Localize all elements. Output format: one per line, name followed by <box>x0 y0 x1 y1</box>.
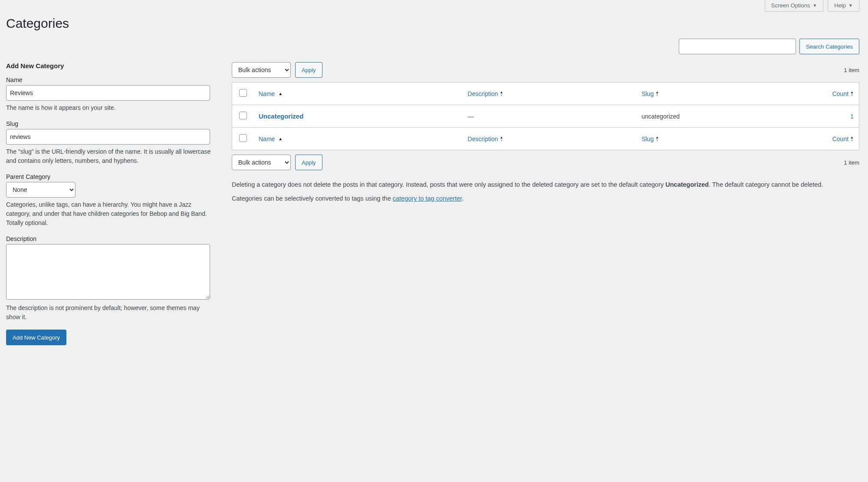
help-tab[interactable]: Help ▼ <box>828 0 859 12</box>
sort-indicator-icon: ▲▼ <box>655 136 659 142</box>
search-categories-input[interactable] <box>679 39 796 54</box>
search-categories-button[interactable]: Search Categories <box>799 39 859 54</box>
slug-help: The "slug" is the URL-friendly version o… <box>6 147 214 165</box>
screen-options-label: Screen Options <box>771 2 810 9</box>
apply-button-top[interactable]: Apply <box>295 62 322 78</box>
apply-button-bottom[interactable]: Apply <box>295 155 322 170</box>
row-slug: uncategorized <box>636 105 820 128</box>
select-all-bottom-checkbox[interactable] <box>239 134 247 142</box>
page-title: Categories <box>6 16 859 31</box>
select-all-top-checkbox[interactable] <box>239 89 247 97</box>
col-name-sort-bottom[interactable]: Name ▲ <box>259 135 283 142</box>
description-help: The description is not prominent by defa… <box>6 304 214 322</box>
col-count-sort-top[interactable]: Count ▲▼ <box>832 90 854 97</box>
col-count-label: Count <box>832 90 848 97</box>
sort-indicator-icon: ▲▼ <box>500 91 503 97</box>
sort-indicator-icon: ▲▼ <box>850 136 854 142</box>
slug-label: Slug <box>6 120 214 127</box>
screen-options-tab[interactable]: Screen Options ▼ <box>765 0 824 12</box>
col-description-sort-bottom[interactable]: Description ▲▼ <box>468 135 503 142</box>
col-description-label: Description <box>468 90 498 97</box>
item-count-top: 1 item <box>844 67 859 73</box>
description-label: Description <box>6 235 214 242</box>
col-slug-label: Slug <box>641 90 654 97</box>
chevron-down-icon: ▼ <box>848 3 853 8</box>
help-label: Help <box>834 2 846 9</box>
row-count-link[interactable]: 1 <box>850 113 854 120</box>
note-delete: Deleting a category does not delete the … <box>232 180 859 189</box>
col-count-label: Count <box>832 135 848 142</box>
col-name-sort-top[interactable]: Name ▲ <box>259 90 283 97</box>
table-row: Uncategorized — uncategorized 1 <box>232 105 859 128</box>
chevron-down-icon: ▼ <box>812 3 817 8</box>
sort-indicator-icon: ▲▼ <box>500 136 503 142</box>
note-convert: Categories can be selectively converted … <box>232 194 859 203</box>
parent-category-help: Categories, unlike tags, can have a hier… <box>6 200 214 228</box>
note-default-category: Uncategorized <box>665 181 709 188</box>
col-name-label: Name <box>259 90 275 97</box>
name-help: The name is how it appears on your site. <box>6 103 214 112</box>
add-new-category-button[interactable]: Add New Category <box>6 330 66 345</box>
col-slug-sort-top[interactable]: Slug ▲▼ <box>641 90 659 97</box>
col-slug-sort-bottom[interactable]: Slug ▲▼ <box>641 135 659 142</box>
bulk-actions-select-top[interactable]: Bulk actions <box>232 62 291 78</box>
parent-category-select[interactable]: None <box>6 182 76 198</box>
categories-table: Name ▲ Description ▲▼ Slug ▲▼ <box>232 82 859 150</box>
col-name-label: Name <box>259 135 275 142</box>
caret-up-icon: ▲ <box>278 91 283 96</box>
col-slug-label: Slug <box>641 135 654 142</box>
name-label: Name <box>6 76 214 83</box>
name-input[interactable] <box>6 85 210 101</box>
description-textarea[interactable] <box>6 244 210 300</box>
bulk-actions-select-bottom[interactable]: Bulk actions <box>232 155 291 170</box>
category-to-tag-converter-link[interactable]: category to tag converter <box>393 195 462 202</box>
parent-category-label: Parent Category <box>6 173 214 180</box>
sort-indicator-icon: ▲▼ <box>850 91 854 97</box>
slug-input[interactable] <box>6 129 210 145</box>
row-name-link[interactable]: Uncategorized <box>259 112 303 120</box>
caret-up-icon: ▲ <box>278 136 283 141</box>
col-count-sort-bottom[interactable]: Count ▲▼ <box>832 135 854 142</box>
sort-indicator-icon: ▲▼ <box>655 91 659 97</box>
add-new-category-heading: Add New Category <box>6 62 214 69</box>
col-description-sort-top[interactable]: Description ▲▼ <box>468 90 503 97</box>
col-description-label: Description <box>468 135 498 142</box>
row-description: — <box>463 105 637 128</box>
item-count-bottom: 1 item <box>844 159 859 166</box>
row-checkbox[interactable] <box>239 112 247 119</box>
